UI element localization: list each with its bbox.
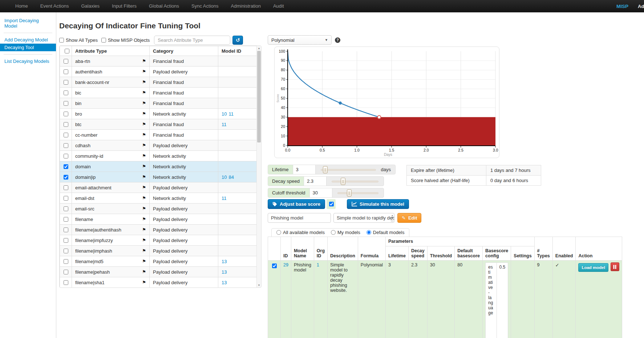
scroll-down-icon[interactable]: ▼ xyxy=(257,283,261,287)
curve-handle[interactable] xyxy=(339,101,342,104)
model-filter-option-2[interactable]: Default models xyxy=(366,230,405,235)
nav-item-link[interactable]: Sync Actions xyxy=(185,0,224,12)
model-id-link[interactable]: 13 xyxy=(222,259,227,264)
simulate-model-button[interactable]: Simulate this model xyxy=(347,199,409,209)
model-id-link[interactable]: 11 xyxy=(222,122,227,127)
help-icon[interactable]: ? xyxy=(335,37,340,43)
row-checkbox[interactable] xyxy=(64,228,68,232)
lifetime-control: Lifetime days xyxy=(268,165,396,174)
slider-handle[interactable] xyxy=(347,189,352,197)
row-checkbox[interactable] xyxy=(64,217,68,222)
nav-item-link[interactable]: Audit xyxy=(267,0,290,12)
sidebar-item-list-decaying-models[interactable]: List Decaying Models xyxy=(0,57,56,65)
row-checkbox[interactable] xyxy=(64,206,68,211)
resize-grip-icon[interactable] xyxy=(391,219,394,222)
model-id-link[interactable]: 13 xyxy=(222,280,227,285)
cutoff-threshold-slider[interactable] xyxy=(337,188,378,197)
row-checkbox[interactable] xyxy=(64,59,68,64)
adjust-base-score-button[interactable]: Adjust base score xyxy=(268,199,325,209)
decay-curve xyxy=(288,51,379,117)
lifetime-slider[interactable] xyxy=(321,165,376,174)
refresh-button[interactable]: ↺ xyxy=(232,36,243,45)
row-checkbox[interactable] xyxy=(64,259,68,264)
org-id-link[interactable]: 1 xyxy=(317,262,319,267)
model-id-link[interactable]: 10 xyxy=(222,111,227,117)
sidebar-item-add-decaying-model[interactable]: Add Decaying Model xyxy=(0,36,56,44)
row-checkbox[interactable] xyxy=(64,69,68,74)
row-checkbox[interactable] xyxy=(64,90,68,95)
model-id-link[interactable]: 11 xyxy=(222,196,227,201)
row-checkbox[interactable] xyxy=(64,175,68,180)
show-all-types-checkbox[interactable] xyxy=(59,38,64,43)
select-all-checkbox[interactable] xyxy=(65,49,69,53)
model-lifetime-cell: 3 xyxy=(386,261,409,338)
model-id-link[interactable]: 29 xyxy=(283,262,288,267)
sidebar-item-decaying-tool[interactable]: Decaying Tool xyxy=(0,44,56,51)
slider-handle[interactable] xyxy=(341,178,345,185)
nav-user[interactable]: Ad xyxy=(638,4,644,9)
model-id-cell xyxy=(218,182,257,193)
row-checkbox[interactable] xyxy=(64,280,68,285)
row-checkbox[interactable] xyxy=(64,122,68,127)
show-all-types-option[interactable]: Show All Types xyxy=(59,37,98,43)
model-id-link[interactable]: 84 xyxy=(228,174,234,180)
model-filter-radio[interactable] xyxy=(276,230,281,235)
table-scrollbar[interactable]: ▲ ▼ xyxy=(256,46,261,287)
decay-speed-slider[interactable] xyxy=(332,177,378,186)
formula-select[interactable]: Polynomial ▼ xyxy=(268,35,332,45)
model-row-checkbox[interactable] xyxy=(272,263,277,268)
load-model-button[interactable]: Load model xyxy=(578,263,608,272)
misp-brand[interactable]: MISP xyxy=(616,4,628,9)
model-filter-option-1[interactable]: My models xyxy=(331,230,360,235)
model-filter-option-0[interactable]: All available models xyxy=(276,230,325,235)
row-checkbox[interactable] xyxy=(64,80,68,85)
attribute-type-cell: email-attachment⚑ xyxy=(72,182,150,193)
model-id-link[interactable]: 13 xyxy=(222,269,227,275)
row-checkbox[interactable] xyxy=(64,112,68,116)
row-checkbox[interactable] xyxy=(64,143,68,148)
row-checkbox[interactable] xyxy=(64,164,68,169)
nav-item-link[interactable]: Galaxies xyxy=(75,0,106,12)
nav-item-link[interactable]: Event Actions xyxy=(34,0,75,12)
row-select-cell xyxy=(60,225,72,235)
adjust-base-score-checkbox[interactable] xyxy=(329,202,334,206)
decay-speed-input[interactable] xyxy=(304,177,327,186)
nav-item-link[interactable]: Global Actions xyxy=(143,0,185,12)
show-misp-objects-checkbox[interactable] xyxy=(101,38,106,43)
row-checkbox[interactable] xyxy=(64,133,68,137)
model-name-input[interactable] xyxy=(268,213,331,223)
show-misp-objects-option[interactable]: Show MISP Objects xyxy=(101,37,150,43)
scroll-up-icon[interactable]: ▲ xyxy=(257,46,261,51)
row-checkbox[interactable] xyxy=(64,238,68,243)
model-filter-radio[interactable] xyxy=(331,230,336,235)
nav-item: Audit xyxy=(267,0,290,12)
model-id-cell xyxy=(218,235,257,246)
table-row: filename⚑Payload delivery xyxy=(60,214,257,225)
row-checkbox[interactable] xyxy=(64,101,68,106)
row-checkbox[interactable] xyxy=(64,196,68,201)
model-id-link[interactable]: 10 xyxy=(222,174,227,180)
flag-icon: ⚑ xyxy=(142,122,146,127)
row-checkbox[interactable] xyxy=(64,270,68,274)
model-description-textarea[interactable]: Simple model to rapidly decay ▲▼ xyxy=(333,213,394,223)
sidebar-item-import-decaying-model[interactable]: Import Decaying Model xyxy=(0,17,56,30)
edit-model-button[interactable]: ✎ Edit xyxy=(397,213,421,223)
nav-item-link[interactable]: Home xyxy=(9,0,34,12)
pause-model-button[interactable] xyxy=(611,262,619,271)
table-row: bin⚑Financial fraud xyxy=(60,98,257,109)
search-input[interactable] xyxy=(154,36,230,45)
model-id-link[interactable]: 11 xyxy=(228,111,234,117)
row-checkbox[interactable] xyxy=(64,185,68,190)
nav-item: Sync Actions xyxy=(185,0,224,12)
row-checkbox[interactable] xyxy=(64,154,68,158)
spinner-arrows-icon[interactable]: ▲▼ xyxy=(391,214,393,219)
slider-handle[interactable] xyxy=(323,166,328,173)
threshold-crossing-point[interactable] xyxy=(377,116,381,119)
row-checkbox[interactable] xyxy=(64,249,68,253)
scrollbar-thumb[interactable] xyxy=(257,51,261,142)
lifetime-input[interactable] xyxy=(293,165,316,174)
nav-item-link[interactable]: Administration xyxy=(225,0,267,12)
model-filter-radio[interactable] xyxy=(366,230,371,235)
nav-item-link[interactable]: Input Filters xyxy=(106,0,143,12)
cutoff-threshold-input[interactable] xyxy=(310,188,332,197)
